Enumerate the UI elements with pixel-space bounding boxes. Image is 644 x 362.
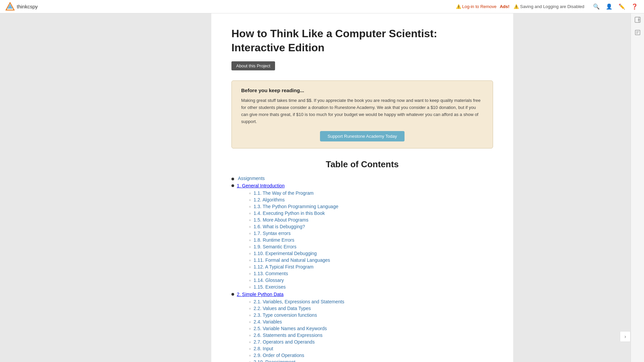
donation-body: Making great stuff takes time and $$. If… <box>241 97 483 125</box>
toc-item: 1.11. Formal and Natural Languages <box>249 257 493 263</box>
toc-item: 2.5. Variable Names and Keywords <box>249 326 493 331</box>
ads-warning: ⚠️ Log-in to Remove Ads! <box>456 4 509 9</box>
toc-item: 2.4. Variables <box>249 319 493 324</box>
toc-chapter1: 1. General Introduction 1.1. The Way of … <box>231 183 493 290</box>
support-button[interactable]: Support Runestone Academy Today <box>320 131 404 141</box>
content-area: How to Think Like a Computer Scientist: … <box>211 13 513 362</box>
toc-item: 2.10. Reassignment <box>249 359 493 362</box>
toc-item-link[interactable]: 1.5. More About Programs <box>254 217 308 223</box>
svg-line-5 <box>638 20 640 20</box>
toc-item: 2.3. Type conversion functions <box>249 312 493 318</box>
saving-icon: ⚠️ <box>514 4 519 9</box>
donation-box: Before you keep reading... Making great … <box>231 80 493 148</box>
toc-item: 1.12. A Typical First Program <box>249 264 493 269</box>
brand-name: thinkcspy <box>17 4 38 9</box>
toc-item: 2.9. Order of Operations <box>249 353 493 358</box>
chapter2-label-row: 2. Simple Python Data <box>231 292 493 297</box>
saving-warning: ⚠️ Saving and Logging are Disabled <box>514 4 584 9</box>
toc-item-link[interactable]: 2.1. Variables, Expressions and Statemen… <box>254 299 344 304</box>
left-sidebar <box>0 13 94 362</box>
toc-item: 2.7. Operators and Operands <box>249 339 493 345</box>
sidebar-hide-button[interactable] <box>635 17 641 24</box>
toc-chapter2: 2. Simple Python Data 2.1. Variables, Ex… <box>231 292 493 362</box>
assignments-link[interactable]: Assignments <box>238 176 265 181</box>
chapter2-sublist: 2.1. Variables, Expressions and Statemen… <box>231 299 493 362</box>
collapse-panel-button[interactable]: › <box>620 331 631 342</box>
hide-sidebar-icon <box>635 17 641 23</box>
brand[interactable]: thinkcspy <box>5 2 38 11</box>
toc-assignments-item: Assignments <box>231 176 493 181</box>
navbar-center: ⚠️ Log-in to Remove Ads! ⚠️ Saving and L… <box>456 4 584 9</box>
toc-item: 1.5. More About Programs <box>249 217 493 223</box>
chapter1-label-row: 1. General Introduction <box>231 183 493 188</box>
toc-item: 1.10. Experimental Debugging <box>249 251 493 256</box>
toc-item-link[interactable]: 1.6. What is Debugging? <box>254 224 305 229</box>
toc-item: 1.14. Glossary <box>249 278 493 283</box>
chapter2-bullet-icon <box>231 293 234 296</box>
toc-item-link[interactable]: 2.9. Order of Operations <box>254 353 304 358</box>
toc-item: 1.8. Runtime Errors <box>249 237 493 243</box>
toc-item-link[interactable]: 1.3. The Python Programming Language <box>254 204 338 209</box>
toc-item-link[interactable]: 2.6. Statements and Expressions <box>254 333 322 338</box>
warning-icon: ⚠️ <box>456 4 461 9</box>
toc-title: Table of Contents <box>231 159 493 170</box>
toc-item: 1.2. Algorithms <box>249 197 493 202</box>
toc-item: 1.7. Syntax errors <box>249 231 493 236</box>
toc-item: 1.6. What is Debugging? <box>249 224 493 229</box>
brand-logo-icon <box>5 2 15 11</box>
toc-item: 1.15. Exercises <box>249 284 493 290</box>
toc-item-link[interactable]: 2.3. Type conversion functions <box>254 312 317 318</box>
toc-item: 1.3. The Python Programming Language <box>249 204 493 209</box>
toc-item-link[interactable]: 2.5. Variable Names and Keywords <box>254 326 327 331</box>
toc-item: 2.6. Statements and Expressions <box>249 333 493 338</box>
navbar-icons: 🔍 👤 ✏️ ❓ <box>592 3 639 11</box>
toc-item: 1.4. Executing Python in this Book <box>249 210 493 216</box>
notes-icon <box>635 29 641 36</box>
toc-item-link[interactable]: 1.2. Algorithms <box>254 197 285 202</box>
about-project-button[interactable]: About this Project <box>231 61 275 70</box>
toc-item: 1.9. Semantic Errors <box>249 244 493 249</box>
toc-item-link[interactable]: 1.12. A Typical First Program <box>254 264 314 269</box>
toc-list: Assignments 1. General Introduction 1.1.… <box>231 176 493 362</box>
chapter1-link[interactable]: 1. General Introduction <box>237 183 284 188</box>
toc-item-link[interactable]: 2.2. Values and Data Types <box>254 306 311 311</box>
toc-item-link[interactable]: 1.13. Comments <box>254 271 288 276</box>
toc-item-link[interactable]: 1.14. Glossary <box>254 278 284 283</box>
toc-item-link[interactable]: 1.15. Exercises <box>254 284 286 290</box>
toc-item: 2.8. Input <box>249 346 493 351</box>
toc-item-link[interactable]: 1.9. Semantic Errors <box>254 244 297 249</box>
toc-item-link[interactable]: 1.1. The Way of the Program <box>254 190 314 196</box>
toc-item-link[interactable]: 2.4. Variables <box>254 319 282 324</box>
toc-item-link[interactable]: 1.11. Formal and Natural Languages <box>254 257 330 263</box>
collapse-arrow-icon: › <box>625 334 626 339</box>
bullet-icon <box>231 178 234 180</box>
toc-item-link[interactable]: 1.7. Syntax errors <box>254 231 291 236</box>
toc-item: 2.1. Variables, Expressions and Statemen… <box>249 299 493 304</box>
toc-item: 1.13. Comments <box>249 271 493 276</box>
page-title: How to Think Like a Computer Scientist: … <box>231 27 493 55</box>
toc-item-link[interactable]: 2.10. Reassignment <box>254 359 296 362</box>
pencil-button[interactable]: ✏️ <box>618 3 626 11</box>
sidebar-notes-button[interactable] <box>635 29 641 37</box>
toc-item-link[interactable]: 2.8. Input <box>254 346 273 351</box>
top-navbar: thinkcspy ⚠️ Log-in to Remove Ads! ⚠️ Sa… <box>0 0 644 13</box>
toc-item: 1.1. The Way of the Program <box>249 190 493 196</box>
donation-heading: Before you keep reading... <box>241 87 483 93</box>
page-wrapper: How to Think Like a Computer Scientist: … <box>0 13 631 362</box>
help-button[interactable]: ❓ <box>631 3 639 11</box>
toc-item-link[interactable]: 1.10. Experimental Debugging <box>254 251 317 256</box>
search-button[interactable]: 🔍 <box>592 3 600 11</box>
chapter1-bullet-icon <box>231 184 234 187</box>
toc-item: 2.2. Values and Data Types <box>249 306 493 311</box>
toc-item-link[interactable]: 1.4. Executing Python in this Book <box>254 210 325 216</box>
toc-item-link[interactable]: 2.7. Operators and Operands <box>254 339 315 345</box>
chapter2-link[interactable]: 2. Simple Python Data <box>237 292 283 297</box>
chapter1-sublist: 1.1. The Way of the Program1.2. Algorith… <box>231 190 493 290</box>
right-sidebar <box>631 13 644 362</box>
user-button[interactable]: 👤 <box>605 3 613 11</box>
toc-item-link[interactable]: 1.8. Runtime Errors <box>254 237 294 243</box>
